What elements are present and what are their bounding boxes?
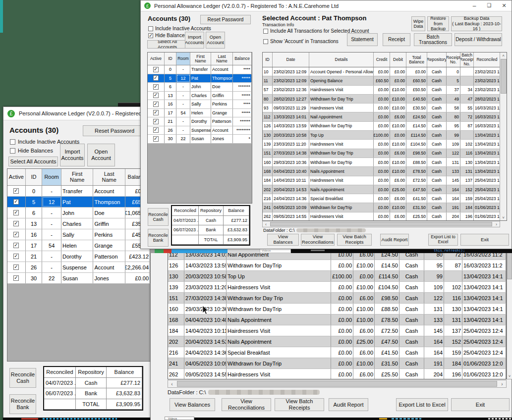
transaction-row[interactable]: 5723/02/2023 12:36Hairdressers Visit£0.0… xyxy=(263,86,507,95)
column-header[interactable]: Credit xyxy=(374,52,390,67)
recon-row[interactable]: 06/07/2023 ...Bank£3,632.83 xyxy=(172,225,249,235)
view-batch-receipts-button[interactable]: View Batch Receipts xyxy=(337,234,372,246)
recon-row[interactable]: 04/07/2023 ...Cash£277.12 xyxy=(44,378,142,389)
active-checkbox[interactable] xyxy=(153,136,159,142)
active-checkbox[interactable] xyxy=(13,188,19,194)
left-window-titlebar[interactable]: £ Personal Allowance Ledger (V2.0.0.7) -… xyxy=(3,107,150,120)
reset-password-button[interactable]: Reset Password xyxy=(83,125,146,136)
account-row[interactable]: 13-CharlesGriffin£35.00 xyxy=(7,218,150,229)
transactions-hscrollbar[interactable]: ‹ › xyxy=(262,221,500,227)
transaction-row[interactable]: 20220/04/2023 14:53Nails Appointment£0.0… xyxy=(168,336,506,347)
front-window-titlebar[interactable]: £ Personal Allowance Ledger (V2.0.0.7) -… xyxy=(141,0,512,11)
include-inactive-checkbox[interactable] xyxy=(148,26,153,31)
column-header[interactable]: ID xyxy=(263,52,273,67)
column-header[interactable]: Details xyxy=(309,52,374,67)
account-row[interactable]: 0-TransferAccount£0.00 xyxy=(7,186,150,197)
column-header[interactable]: Debit xyxy=(390,52,406,67)
transaction-row[interactable]: 16029/03/2023 10:36Withdrawn for DayTrip… xyxy=(168,304,506,315)
transaction-row[interactable]: 12614/03/2023 13:59Withdrawn for DayTrip… xyxy=(168,260,506,271)
audit-report-button[interactable]: Audit Report xyxy=(329,398,368,411)
transaction-row[interactable]: 15127/03/2023 14:38Withdrawn for Day Tri… xyxy=(168,293,506,304)
column-header[interactable]: Receipt No. xyxy=(447,52,460,67)
column-header[interactable]: Active xyxy=(7,169,26,185)
transactions-vscrollbar[interactable]: ˄ ˅ xyxy=(500,52,507,220)
column-header[interactable]: Last Name xyxy=(211,52,233,65)
account-row[interactable]: 26-SuspenseAccount******** xyxy=(148,126,252,135)
column-header[interactable]: Batch Receipt No. xyxy=(460,52,474,67)
account-row[interactable]: 26-SuspenseAccount£2,266.04 xyxy=(7,262,150,273)
transaction-row[interactable]: 1023/02/2023 12:09Account Opened - Perso… xyxy=(263,67,507,76)
exit-button[interactable]: Exit xyxy=(460,234,509,246)
account-row[interactable]: 512PatThompson***** xyxy=(148,74,252,83)
receipt-button[interactable]: Receipt xyxy=(383,33,410,46)
transaction-row[interactable]: 21624/04/2023 14:36Special Breakfast£0.0… xyxy=(263,194,507,203)
active-checkbox[interactable] xyxy=(153,75,159,81)
active-checkbox[interactable] xyxy=(153,102,159,107)
account-row[interactable]: 6-JohnDoe******* xyxy=(148,83,252,92)
transaction-row[interactable]: 15127/03/2023 14:38Withdrawn for Day Tri… xyxy=(263,149,507,158)
account-row[interactable]: 21-DorothyPatterson£423.12 xyxy=(7,251,150,262)
transaction-row[interactable]: 18414/04/2023 10:11Hairdressers Visit£0.… xyxy=(263,176,507,185)
transaction-row[interactable]: 9309/03/2023 11:29Hairdressers Visit£0.0… xyxy=(263,104,507,112)
transaction-row[interactable]: 11213/03/2023 14:01Nail Appointment£0.00… xyxy=(263,112,507,121)
include-inactive-checkbox[interactable] xyxy=(10,139,15,145)
reset-password-button[interactable]: Reset Password xyxy=(200,15,251,24)
active-checkbox[interactable] xyxy=(13,210,19,215)
active-checkbox[interactable] xyxy=(13,264,19,270)
transaction-row[interactable]: 24104/05/2023 10:09Withdrawn for DayTrip… xyxy=(168,358,506,369)
view-reconciliations-button[interactable]: View Reconciliations xyxy=(222,398,271,411)
column-header[interactable]: Total Balance xyxy=(406,52,427,67)
transaction-row[interactable]: 16804/04/2023 10:40Nails Appointment£0.0… xyxy=(263,167,507,176)
maximize-button[interactable]: ❑ xyxy=(482,2,497,9)
include-inactive-row[interactable]: Include Inactive Accounts xyxy=(148,26,211,31)
transaction-row[interactable]: 13020/03/2023 10:58Top Up£100.00£0.00£11… xyxy=(168,271,506,282)
account-row[interactable]: 0-TransferAccount**** xyxy=(148,65,252,74)
column-header[interactable]: Date xyxy=(273,52,309,67)
active-checkbox[interactable] xyxy=(13,232,19,237)
column-header[interactable]: Room xyxy=(176,52,190,65)
active-checkbox[interactable] xyxy=(153,127,159,133)
active-checkbox[interactable] xyxy=(153,84,159,90)
transactions-vscrollbar-back[interactable]: ˅ xyxy=(507,249,512,379)
transaction-row[interactable]: 13020/03/2023 10:58Top Up£100.00£0.00£11… xyxy=(263,131,507,140)
active-checkbox[interactable] xyxy=(153,93,159,98)
active-checkbox[interactable] xyxy=(153,110,159,115)
active-checkbox[interactable] xyxy=(13,221,19,226)
active-checkbox[interactable] xyxy=(13,254,19,259)
transactions-grid-back[interactable]: 11213/03/2023 14:01Nail Appointment£0.00… xyxy=(168,249,507,379)
transaction-row[interactable]: 26209/05/2023 14:55Hairdressers Visit£0.… xyxy=(168,369,506,379)
transaction-row[interactable]: 16804/04/2023 10:40Nails Appointment£0.0… xyxy=(168,315,506,325)
transactions-hscrollbar-back[interactable]: ‹ › xyxy=(168,380,507,388)
active-checkbox[interactable] xyxy=(13,199,19,205)
hide-balances-checkbox[interactable] xyxy=(148,33,153,38)
column-header[interactable]: Last Name xyxy=(93,169,125,185)
hide-balances-checkbox[interactable] xyxy=(10,148,15,154)
account-row[interactable]: 16-SallyPerkins**** xyxy=(148,100,252,109)
account-row[interactable]: 3022SusanJones* xyxy=(148,135,252,144)
transaction-row[interactable]: 21624/04/2023 14:36Special Breakfast£0.0… xyxy=(168,347,506,358)
statement-button[interactable]: Statement xyxy=(347,33,378,46)
reconcile-bank-button[interactable]: Reconcile Bank xyxy=(9,394,36,414)
column-header[interactable]: Repository xyxy=(427,52,447,67)
reconcile-bank-button[interactable]: Reconcile Bank xyxy=(148,229,169,247)
recon-row[interactable]: 06/07/2023 ...Bank£3,632.83 xyxy=(44,388,142,399)
account-row[interactable]: 1754HelenGrange***** xyxy=(148,109,252,118)
column-header[interactable]: First Name xyxy=(61,169,94,185)
reconcile-cash-button[interactable]: Reconcile Cash xyxy=(9,368,36,388)
transaction-row[interactable]: 13923/03/2023 11:20Hairdressers Visit£0.… xyxy=(168,282,506,293)
account-row[interactable]: 21-DorothyPatterson****** xyxy=(148,117,252,126)
recon-row[interactable]: TOTAL£3,909.95 xyxy=(44,399,142,410)
hide-balances-row[interactable]: Hide Balances xyxy=(148,33,187,38)
transaction-row[interactable]: 13923/03/2023 11:20Hairdressers Visit£0.… xyxy=(263,140,507,149)
deposit-withdrawal-button[interactable]: Deposit / Withdrawal xyxy=(455,33,502,46)
column-header[interactable]: First Name xyxy=(190,52,211,65)
restore-from-backup-button[interactable]: Restore from Backup xyxy=(427,16,449,31)
reconcile-cash-button[interactable]: Reconcile Cash xyxy=(148,208,169,226)
recon-row[interactable]: 04/07/2023 ...Cash£277.12 xyxy=(172,216,249,226)
view-batch-receipts-button[interactable]: View Batch Receipts xyxy=(275,398,324,411)
account-row[interactable]: 512PatThompson£65.00 xyxy=(7,197,150,208)
column-header[interactable]: ID xyxy=(26,169,43,185)
exit-button[interactable]: Exit xyxy=(451,398,510,411)
select-all-accounts-button[interactable]: Select All Accounts xyxy=(8,157,58,166)
column-header[interactable]: Reconciled xyxy=(474,52,501,67)
